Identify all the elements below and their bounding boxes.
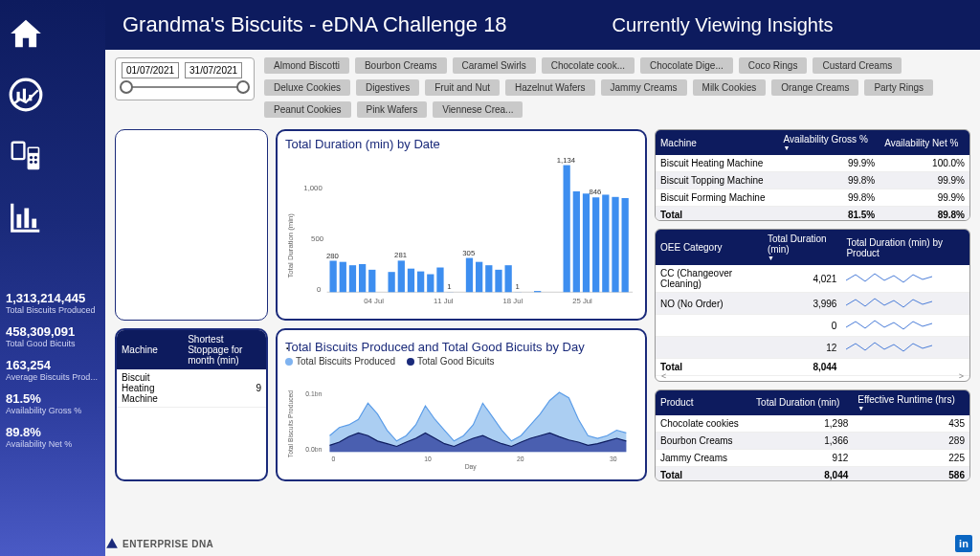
chart-legend: Total Biscuits Produced Total Good Bicui… bbox=[285, 356, 637, 367]
table-row: Biscuit Topping Machine99.8%99.9% bbox=[656, 172, 969, 189]
date-range-slicer[interactable]: 01/07/2021 31/07/2021 bbox=[115, 57, 255, 100]
svg-rect-36 bbox=[505, 265, 512, 292]
table-row: Bourbon Creams1,366289 bbox=[656, 432, 969, 449]
svg-rect-48 bbox=[622, 198, 629, 292]
svg-text:281: 281 bbox=[394, 251, 407, 259]
svg-text:30: 30 bbox=[610, 456, 617, 462]
svg-text:11 Jul: 11 Jul bbox=[434, 297, 454, 305]
svg-text:18 Jul: 18 Jul bbox=[503, 297, 523, 305]
duration-bar-chart[interactable]: Total Duration (min) by Date Total Durat… bbox=[276, 129, 647, 321]
product-chip[interactable]: Coco Rings bbox=[739, 57, 808, 74]
bar-chart-icon[interactable] bbox=[8, 199, 44, 235]
svg-rect-46 bbox=[602, 194, 609, 292]
product-chip[interactable]: Bourbon Creams bbox=[355, 57, 447, 74]
page-title: Grandma's Biscuits - eDNA Challenge 18 bbox=[122, 12, 507, 37]
home-icon[interactable] bbox=[8, 15, 44, 52]
product-chip[interactable]: Custard Creams bbox=[813, 57, 902, 74]
sidebar: 1,313,214,445Total Biscuits Produced 458… bbox=[0, 0, 105, 556]
col-stoppage[interactable]: Shortest Stoppage for month (min) bbox=[183, 330, 266, 369]
kpi-value: 81.5% bbox=[6, 391, 100, 406]
dashboard-icon[interactable] bbox=[8, 77, 44, 113]
svg-rect-39 bbox=[534, 291, 541, 292]
kpi-label: Availability Net % bbox=[6, 439, 100, 449]
product-chip[interactable]: Digestives bbox=[356, 79, 419, 96]
svg-text:10: 10 bbox=[424, 456, 432, 462]
calculator-icon[interactable] bbox=[8, 138, 44, 174]
svg-text:1: 1 bbox=[447, 282, 451, 291]
table-row: Total8,044586 bbox=[656, 466, 969, 481]
table-row: Biscuit Heating Machine99.9%100.0% bbox=[656, 155, 969, 172]
table-row: Chocolate cookies1,298435 bbox=[656, 415, 969, 433]
brand-text: ENTERPRISE DNA bbox=[122, 539, 213, 549]
product-runtime-table[interactable]: Product Total Duration (min) Effective R… bbox=[655, 389, 970, 481]
svg-text:0: 0 bbox=[331, 456, 335, 462]
svg-rect-25 bbox=[398, 260, 405, 292]
table-row: CC (Changeover Cleaning)4,021 bbox=[656, 265, 969, 293]
svg-rect-26 bbox=[408, 269, 414, 293]
product-chip[interactable]: Chocolate cook... bbox=[542, 57, 635, 74]
svg-rect-2 bbox=[23, 89, 26, 101]
product-chip[interactable]: Deluxe Cookies bbox=[264, 79, 350, 96]
col-prod-dur[interactable]: Total Duration (min) bbox=[751, 390, 853, 415]
svg-text:0: 0 bbox=[317, 285, 321, 294]
linkedin-icon[interactable]: in bbox=[955, 535, 972, 552]
col-avail-gross[interactable]: Availability Gross %▼ bbox=[779, 130, 880, 155]
col-avail-net[interactable]: Availability Net % bbox=[880, 130, 969, 155]
svg-rect-33 bbox=[476, 262, 482, 293]
svg-rect-32 bbox=[466, 258, 473, 293]
blank-panel bbox=[115, 129, 268, 321]
product-filter-chips: Almond BiscottiBourbon CreamsCaramel Swi… bbox=[264, 57, 970, 118]
svg-rect-44 bbox=[583, 193, 590, 292]
product-chip[interactable]: Almond Biscotti bbox=[264, 57, 349, 74]
date-to[interactable]: 31/07/2021 bbox=[185, 62, 242, 78]
stoppage-table[interactable]: Machine Shortest Stoppage for month (min… bbox=[115, 328, 268, 481]
kpi-value: 1,313,214,445 bbox=[6, 291, 100, 305]
product-chip[interactable]: Orange Creams bbox=[771, 79, 858, 96]
svg-rect-21 bbox=[359, 264, 366, 292]
svg-rect-19 bbox=[340, 262, 346, 293]
scroll-hint[interactable]: <> bbox=[661, 371, 964, 379]
product-chip[interactable]: Caramel Swirls bbox=[453, 57, 536, 74]
product-chip[interactable]: Hazelnut Wafers bbox=[505, 79, 595, 96]
svg-text:1,000: 1,000 bbox=[303, 184, 322, 192]
col-oee-spark[interactable]: Total Duration (min) by Product bbox=[841, 230, 969, 265]
oee-category-table[interactable]: OEE Category Total Duration (min)▼ Total… bbox=[655, 229, 970, 381]
svg-point-7 bbox=[30, 156, 33, 159]
product-chip[interactable]: Peanut Cookies bbox=[264, 101, 351, 118]
product-chip[interactable]: Jammy Creams bbox=[601, 79, 687, 96]
machine-availability-table[interactable]: Machine Availability Gross %▼ Availabili… bbox=[655, 129, 970, 221]
col-machine[interactable]: Machine bbox=[117, 330, 183, 369]
page-subtitle: Currently Viewing Insights bbox=[612, 14, 834, 36]
kpi-label: Average Biscuits Prod... bbox=[6, 372, 100, 382]
produced-area-chart[interactable]: . Total Biscuits Produced and Total Good… bbox=[276, 328, 647, 481]
svg-marker-68 bbox=[106, 538, 118, 548]
product-chip[interactable]: Milk Cookies bbox=[693, 79, 767, 96]
product-chip[interactable]: Pink Wafers bbox=[357, 101, 428, 118]
col-oee-dur[interactable]: Total Duration (min)▼ bbox=[763, 230, 842, 265]
date-slider[interactable] bbox=[122, 86, 248, 88]
svg-rect-13 bbox=[32, 219, 36, 229]
kpi-label: Total Good Bicuits bbox=[6, 339, 100, 348]
svg-text:280: 280 bbox=[326, 252, 339, 260]
table-row: Biscuit Forming Machine99.8%99.9% bbox=[656, 189, 969, 207]
brand-icon bbox=[105, 537, 119, 550]
svg-rect-18 bbox=[329, 260, 336, 292]
product-chip[interactable]: Chocolate Dige... bbox=[640, 57, 733, 74]
svg-text:0.1bn: 0.1bn bbox=[305, 390, 322, 397]
svg-text:1: 1 bbox=[515, 282, 519, 291]
col-product[interactable]: Product bbox=[656, 390, 751, 415]
svg-text:1,134: 1,134 bbox=[557, 156, 576, 165]
kpi-label: Availability Gross % bbox=[6, 406, 100, 415]
table-row: Total81.5%89.8% bbox=[656, 207, 969, 222]
product-chip[interactable]: Party Rings bbox=[864, 79, 933, 96]
product-chip[interactable]: Fruit and Nut bbox=[425, 79, 500, 96]
date-from[interactable]: 01/07/2021 bbox=[122, 62, 179, 78]
kpi-label: Total Biscuits Produced bbox=[6, 305, 100, 315]
product-chip[interactable]: Viennese Crea... bbox=[433, 101, 523, 118]
svg-rect-24 bbox=[388, 272, 394, 292]
svg-rect-28 bbox=[427, 275, 434, 293]
col-machine[interactable]: Machine bbox=[656, 130, 779, 155]
col-oee-cat[interactable]: OEE Category bbox=[656, 230, 763, 265]
header: Grandma's Biscuits - eDNA Challenge 18 C… bbox=[105, 0, 980, 50]
col-prod-rt[interactable]: Effective Runtime (hrs)▼ bbox=[853, 390, 969, 415]
